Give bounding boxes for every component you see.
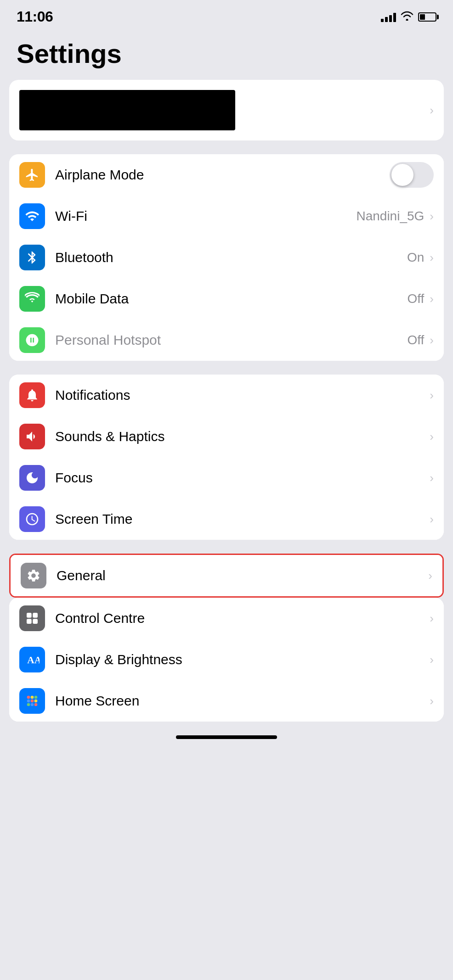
focus-label: Focus bbox=[55, 470, 428, 486]
svg-point-5 bbox=[27, 696, 30, 699]
svg-rect-1 bbox=[33, 613, 38, 618]
airplane-mode-toggle[interactable] bbox=[390, 162, 434, 188]
system-section: Control Centre › AA Display & Brightness… bbox=[9, 598, 444, 722]
svg-point-8 bbox=[27, 700, 30, 703]
status-time: 11:06 bbox=[17, 8, 53, 25]
mobile-data-value: Off bbox=[407, 291, 424, 306]
personal-hotspot-chevron-icon: › bbox=[430, 333, 434, 347]
svg-point-9 bbox=[31, 700, 34, 703]
status-bar: 11:06 bbox=[0, 0, 453, 29]
mobile-data-label: Mobile Data bbox=[55, 291, 407, 307]
profile-chevron-icon: › bbox=[430, 103, 434, 118]
svg-point-7 bbox=[34, 696, 38, 699]
control-centre-icon bbox=[19, 605, 45, 631]
sounds-haptics-row[interactable]: Sounds & Haptics › bbox=[9, 416, 444, 457]
wifi-chevron-icon: › bbox=[430, 209, 434, 224]
wifi-label: Wi-Fi bbox=[55, 208, 356, 224]
bluetooth-value: On bbox=[407, 250, 424, 265]
notifications-section: Notifications › Sounds & Haptics › Focus… bbox=[9, 375, 444, 540]
bluetooth-icon bbox=[19, 245, 45, 270]
sounds-haptics-chevron-icon: › bbox=[430, 430, 434, 444]
svg-text:AA: AA bbox=[27, 655, 40, 666]
screen-time-label: Screen Time bbox=[55, 511, 428, 527]
home-screen-icon bbox=[19, 688, 45, 714]
sounds-haptics-label: Sounds & Haptics bbox=[55, 429, 428, 444]
control-centre-label: Control Centre bbox=[55, 610, 428, 626]
bluetooth-label: Bluetooth bbox=[55, 250, 407, 265]
wifi-row[interactable]: Wi-Fi Nandini_5G › bbox=[9, 196, 444, 237]
bluetooth-chevron-icon: › bbox=[430, 251, 434, 265]
general-row[interactable]: General › bbox=[11, 555, 442, 596]
page-title: Settings bbox=[0, 29, 453, 80]
screen-time-icon bbox=[19, 506, 45, 532]
screen-time-chevron-icon: › bbox=[430, 512, 434, 526]
wifi-status-icon bbox=[401, 11, 413, 23]
home-indicator bbox=[176, 735, 277, 739]
svg-point-10 bbox=[34, 700, 38, 703]
signal-icon bbox=[381, 12, 396, 22]
mobile-data-row[interactable]: Mobile Data Off › bbox=[9, 278, 444, 319]
status-icons bbox=[381, 11, 436, 23]
svg-rect-0 bbox=[27, 613, 32, 618]
svg-rect-2 bbox=[27, 619, 32, 624]
screen-time-row[interactable]: Screen Time › bbox=[9, 498, 444, 540]
home-screen-label: Home Screen bbox=[55, 693, 428, 709]
notifications-icon bbox=[19, 382, 45, 408]
mobile-data-icon bbox=[19, 286, 45, 312]
bluetooth-row[interactable]: Bluetooth On › bbox=[9, 237, 444, 278]
notifications-row[interactable]: Notifications › bbox=[9, 375, 444, 416]
svg-point-11 bbox=[27, 703, 30, 706]
general-chevron-icon: › bbox=[428, 569, 432, 583]
wifi-value: Nandini_5G bbox=[356, 209, 424, 224]
wifi-icon bbox=[19, 203, 45, 229]
airplane-mode-row[interactable]: Airplane Mode bbox=[9, 154, 444, 196]
sounds-haptics-icon bbox=[19, 424, 45, 449]
svg-point-12 bbox=[31, 703, 34, 706]
airplane-mode-label: Airplane Mode bbox=[55, 167, 390, 183]
profile-info-redacted bbox=[19, 90, 235, 130]
control-centre-chevron-icon: › bbox=[430, 611, 434, 626]
home-screen-row[interactable]: Home Screen › bbox=[9, 680, 444, 722]
profile-section: › bbox=[9, 80, 444, 140]
general-label: General bbox=[57, 568, 426, 583]
mobile-data-chevron-icon: › bbox=[430, 292, 434, 306]
profile-row[interactable]: › bbox=[9, 80, 444, 140]
personal-hotspot-icon bbox=[19, 327, 45, 353]
connectivity-section: Airplane Mode Wi-Fi Nandini_5G › Bluetoo… bbox=[9, 154, 444, 361]
general-icon bbox=[21, 563, 46, 588]
focus-chevron-icon: › bbox=[430, 471, 434, 485]
personal-hotspot-value: Off bbox=[407, 333, 424, 347]
battery-icon bbox=[418, 12, 436, 22]
focus-row[interactable]: Focus › bbox=[9, 457, 444, 498]
svg-rect-3 bbox=[33, 619, 38, 624]
focus-icon bbox=[19, 465, 45, 491]
display-brightness-icon: AA bbox=[19, 647, 45, 672]
general-row-wrapper: General › bbox=[9, 554, 444, 598]
control-centre-row[interactable]: Control Centre › bbox=[9, 598, 444, 639]
notifications-chevron-icon: › bbox=[430, 388, 434, 403]
home-screen-chevron-icon: › bbox=[430, 694, 434, 708]
display-brightness-label: Display & Brightness bbox=[55, 652, 428, 667]
airplane-mode-icon bbox=[19, 162, 45, 188]
airplane-mode-toggle-knob bbox=[391, 164, 413, 186]
personal-hotspot-label: Personal Hotspot bbox=[55, 332, 407, 348]
notifications-label: Notifications bbox=[55, 387, 428, 403]
svg-point-13 bbox=[34, 703, 38, 706]
personal-hotspot-row[interactable]: Personal Hotspot Off › bbox=[9, 319, 444, 361]
display-brightness-chevron-icon: › bbox=[430, 653, 434, 667]
display-brightness-row[interactable]: AA Display & Brightness › bbox=[9, 639, 444, 680]
svg-point-6 bbox=[31, 696, 34, 699]
